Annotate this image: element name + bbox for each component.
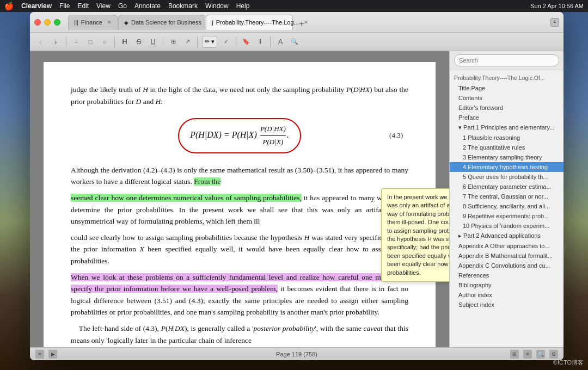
u-icon[interactable]: U [148, 36, 158, 47]
tab-datasci-label: Data Science for Business [131, 19, 201, 26]
search-toolbar-icon[interactable]: 🔍 [289, 36, 300, 47]
sidebar-item-part1[interactable]: ▾ Part 1 Principles and elementary... [450, 122, 564, 133]
tab-datasci[interactable]: ◆ Data Science for Business ✕ [118, 15, 205, 30]
toolbar-separator-2 [114, 36, 115, 47]
sidebar-item-ch10[interactable]: 10 Physics of 'random experim... [450, 221, 564, 231]
menu-bookmark[interactable]: Bookmark [168, 2, 198, 10]
sidebar-item-foreword[interactable]: Editor's foreword [450, 103, 564, 113]
toolbar-separator-3 [163, 36, 163, 47]
fraction-numerator: P(D|HX) [260, 124, 286, 136]
paragraph-posterior: The left-hand side of (4.3), P(H|DX), is… [71, 323, 408, 346]
back-button[interactable]: ‹ [34, 36, 46, 48]
sidebar-item-ch8[interactable]: 8 Sufficiency, ancillarity, and all... [450, 201, 564, 211]
sidebar-item-ch1[interactable]: 1 Plausible reasoning [450, 133, 564, 143]
menu-help[interactable]: Help [236, 2, 250, 10]
sidebar-item-authorindex[interactable]: Author index [450, 290, 564, 300]
menu-view[interactable]: View [96, 2, 111, 10]
tab-finance-icon: ||| [74, 20, 78, 26]
view-icon-list[interactable]: ≡ [523, 350, 532, 359]
circle-icon[interactable]: ○ [99, 36, 110, 47]
minimize-icon[interactable]: − [71, 36, 82, 47]
sidebar-search-input[interactable] [454, 54, 559, 66]
equation-fraction: P(D|HX) P(D|X) [260, 124, 286, 148]
window-options-button[interactable]: ≡ [550, 18, 559, 27]
sidebar-item-appendixb[interactable]: Appendix B Mathematical formalit... [450, 251, 564, 261]
minimize-button[interactable] [44, 19, 51, 26]
highlight-pink: When we look at these problems on a suff… [71, 273, 408, 293]
statusbar-icon-1[interactable]: ≡ [35, 350, 44, 359]
apple-icon[interactable]: 🍎 [4, 2, 14, 10]
paragraph-pink: When we look at these problems on a suff… [71, 272, 408, 318]
note-icon[interactable]: ↗ [182, 36, 193, 47]
sidebar-item-ch9[interactable]: 9 Repetitive experiments: prob... [450, 211, 564, 221]
statusbar: ≡ ▶ Page 119 (758) ⊞ ≡ 🔍 ⚙ [30, 347, 564, 360]
sidebar-item-subjectindex[interactable]: Subject index [450, 300, 564, 310]
statusbar-right-icons: ⊞ ≡ 🔍 ⚙ [510, 350, 558, 359]
statusbar-icon-2[interactable]: ▶ [48, 350, 57, 359]
sidebar-item-part2[interactable]: ▸ Part 2 Advanced applications [450, 231, 564, 241]
menubar-right: Sun 2 Apr 10:56 AM [530, 3, 584, 9]
tab-prob[interactable]: ∫ Probability.Theory----The.Log... ✕ [206, 15, 293, 30]
menu-edit[interactable]: Edit [77, 2, 89, 10]
sidebar-item-appendixc[interactable]: Appendix C Convolutions and cu... [450, 261, 564, 270]
font-icon[interactable]: A [275, 36, 286, 47]
sidebar-item-bibliography[interactable]: Bibliography [450, 280, 564, 290]
info-icon[interactable]: ℹ [255, 36, 266, 47]
sidebar-item-ch3[interactable]: 3 Elementary sampling theory [450, 152, 564, 162]
h-icon[interactable]: H [119, 36, 130, 47]
maximize-button[interactable] [54, 19, 60, 26]
menu-annotate[interactable]: Annotate [134, 2, 161, 10]
fraction-denominator: P(D|X) [263, 136, 284, 148]
app-name-menu[interactable]: Clearview [21, 2, 52, 10]
bookmark-icon[interactable]: 🔖 [241, 36, 252, 47]
sidebar-item-appendixa[interactable]: Appendix A Other approaches to... [450, 241, 564, 251]
highlight-green-2: seemed clear how one determines numerica… [71, 194, 302, 202]
menu-window[interactable]: Window [205, 2, 229, 10]
tab-prob-close[interactable]: ✕ [304, 20, 308, 25]
check-icon[interactable]: ✓ [220, 36, 231, 47]
equation-number: (4.3) [389, 130, 403, 141]
toolbar-separator-1 [66, 36, 66, 47]
tooltip-popup: In the present work we shall see that th… [381, 188, 449, 282]
traffic-lights [34, 19, 60, 26]
sidebar-item-ch4[interactable]: 4 Elementary hypothesis testing [450, 162, 564, 172]
equation-oval: P(H|DX) = P(H|X) P(D|HX) P(D|X) . [178, 118, 301, 153]
sidebar-item-preface[interactable]: Preface [450, 113, 564, 122]
tab-finance-close[interactable]: ✕ [107, 20, 112, 25]
sidebar-item-references[interactable]: References [450, 270, 564, 280]
search-icon[interactable]: ⚙ [549, 350, 558, 359]
intro-paragraph: judge the likely truth of H in the light… [71, 84, 408, 107]
menu-go[interactable]: Go [118, 2, 127, 10]
paragraph-1: Although the derivation (4.2)–(4.3) is o… [71, 164, 408, 188]
link-icon[interactable]: ⊞ [168, 36, 179, 47]
tab-finance-label: Finance [81, 19, 102, 26]
tabs-container: ||| Finance ✕ ◆ Data Science for Busines… [66, 15, 550, 30]
menu-file[interactable]: File [59, 2, 70, 10]
sidebar-doc-title: Probability.Theory----The.Logic.Of... [450, 72, 564, 83]
sidebar-item-ch5[interactable]: 5 Queer uses for probability th... [450, 172, 564, 182]
toolbar-separator-6 [270, 36, 271, 47]
menubar: 🍎 Clearview File Edit View Go Annotate B… [0, 0, 588, 12]
sidebar-search-container [450, 51, 564, 70]
tab-finance[interactable]: ||| Finance ✕ [68, 15, 118, 30]
zoom-icon[interactable]: 🔍 [536, 350, 545, 359]
page-info: Page 119 (758) [276, 351, 317, 357]
view-icon-grid[interactable]: ⊞ [510, 350, 519, 359]
s-icon[interactable]: S [133, 36, 144, 47]
close-button[interactable] [34, 19, 41, 26]
sidebar-item-ch7[interactable]: 7 The central, Gaussian or nor... [450, 192, 564, 201]
watermark: ©ICTO博客 [553, 359, 584, 367]
forward-button[interactable]: › [50, 36, 62, 48]
pdf-viewer[interactable]: judge the likely truth of H in the light… [30, 51, 449, 347]
toolbar-separator-5 [236, 36, 236, 47]
sidebar-item-contents[interactable]: Contents [450, 93, 564, 103]
pen-arrow: ▾ [211, 38, 215, 45]
pen-dropdown[interactable]: ✏ ▾ [202, 36, 217, 48]
sidebar: Probability.Theory----The.Logic.Of... Ti… [449, 51, 564, 347]
sidebar-item-ch6[interactable]: 6 Elementary parameter estima... [450, 182, 564, 192]
equation-display: P(H|DX) = P(H|X) P(D|HX) P(D|X) . (4.3) [71, 118, 408, 153]
paragraph-2: seemed clear how one determines numerica… [71, 192, 408, 227]
sidebar-item-titlepage[interactable]: Title Page [450, 83, 564, 93]
rect-icon[interactable]: □ [85, 36, 96, 47]
sidebar-item-ch2[interactable]: 2 The quantitative rules [450, 143, 564, 152]
